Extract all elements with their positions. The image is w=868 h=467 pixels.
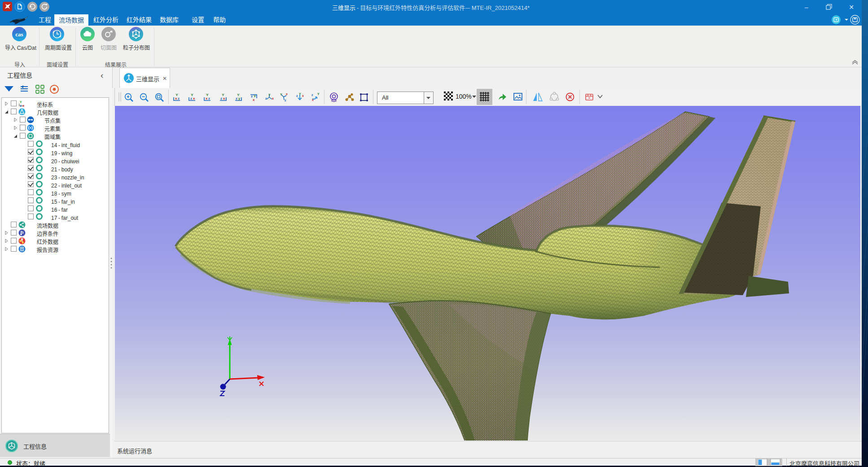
svg-text:Y: Y (280, 93, 282, 96)
svg-text:x: x (175, 96, 177, 100)
svg-text:z: z (208, 96, 210, 100)
svg-text:z: z (220, 96, 222, 100)
svg-text:z: z (311, 93, 313, 96)
svg-text:z: z (285, 99, 286, 102)
svg-text:x: x (193, 96, 195, 100)
svg-text:Y: Y (317, 92, 320, 96)
svg-text:z: z (190, 96, 192, 100)
svg-text:Y: Y (268, 93, 271, 96)
svg-text:cas: cas (15, 31, 23, 38)
svg-text:x: x (302, 94, 304, 97)
svg-text:Y: Y (20, 100, 22, 104)
svg-text:x: x (253, 98, 255, 102)
svg-text:z: z (20, 104, 22, 107)
svg-text:z: z (265, 97, 267, 100)
svg-text:z: z (178, 96, 180, 100)
svg-text:x: x (206, 96, 208, 100)
svg-text:x: x (286, 92, 288, 96)
svg-text:x: x (312, 98, 314, 101)
svg-text:Y: Y (299, 92, 301, 96)
svg-text:x: x (22, 104, 24, 107)
svg-text:z: z (296, 94, 298, 97)
svg-text:x: x (272, 97, 274, 100)
svg-text:y: y (238, 96, 241, 100)
svg-text:z: z (236, 96, 237, 100)
svg-text:x: x (223, 96, 225, 100)
